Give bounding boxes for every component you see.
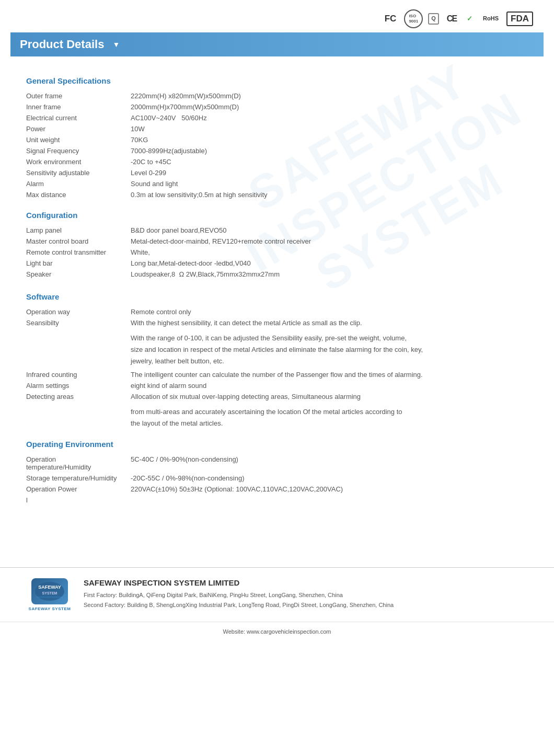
software-table-2: Infrared counting The intelligent counte… — [26, 369, 528, 402]
spec-value: B&D door panel board,REVO50 — [131, 225, 528, 236]
spec-value: Level 0-299 — [131, 167, 528, 178]
table-row: Storage temperature/Humidity -20C-55C / … — [26, 473, 528, 484]
page-title: Product Details — [20, 38, 104, 51]
spec-label: Light bar — [26, 258, 131, 269]
footer-address2: Second Factory: Building B, ShengLongXin… — [84, 600, 528, 610]
header-arrow: ▼ — [112, 40, 120, 49]
operating-env-table: Operation temperature/Humidity 5C-40C / … — [26, 454, 528, 506]
spec-label: Alarm — [26, 178, 131, 189]
detecting-extra: from multi-areas and accurately ascertai… — [26, 406, 528, 429]
footer-website: Website: www.cargovehicleinspection.com — [0, 622, 554, 639]
spec-label: Master control board — [26, 236, 131, 247]
safeway-logo-icon: SAFEWAY SYSTEM — [31, 578, 68, 604]
table-row: Work environment -20C to +45C — [26, 156, 528, 167]
check-icon: ✓ — [464, 14, 475, 24]
spec-label: l — [26, 495, 131, 506]
svg-text:SAFEWAY: SAFEWAY — [38, 585, 61, 590]
spec-value: Remote control only — [131, 306, 528, 317]
spec-label: Power — [26, 123, 131, 134]
footer-logo-block: SAFEWAY SYSTEM SAFEWAY SYSTEM — [26, 578, 73, 611]
table-row: Alarm Sound and light — [26, 178, 528, 189]
table-row: l — [26, 495, 528, 506]
spec-label: Speaker — [26, 269, 131, 280]
spec-label: Storage temperature/Humidity — [26, 473, 131, 484]
table-row: Inner frame 2000mm(H)x700mm(W)x500mm(D) — [26, 101, 528, 112]
operating-env-section: Operating Environment Operation temperat… — [26, 440, 528, 506]
table-row: Sensitivity adjustable Level 0-299 — [26, 167, 528, 178]
table-row: Signal Frequency 7000-8999Hz(adjustable) — [26, 145, 528, 156]
spec-value: 5C-40C / 0%-90%(non-condensing) — [131, 454, 528, 473]
table-row: Max distance 0.3m at low sensitivity;0.5… — [26, 189, 528, 200]
table-row: Speaker Loudspeaker,8 Ω 2W,Black,75mmx32… — [26, 269, 528, 280]
spec-label: Infrared counting — [26, 369, 131, 380]
software-section: Software Operation way Remote control on… — [26, 292, 528, 429]
table-row: Electrical current AC100V~240V 50/60Hz — [26, 112, 528, 123]
spec-label: Remote control transmitter — [26, 247, 131, 258]
spec-label: Operation temperature/Humidity — [26, 454, 131, 473]
spec-label: Sensitivity adjustable — [26, 167, 131, 178]
footer-info-block: SAFEWAY INSPECTION SYSTEM LIMITED First … — [84, 578, 528, 610]
spec-value: Long bar,Metal-detect-door -ledbd,V040 — [131, 258, 528, 269]
table-row: Detecting areas Allocation of six mutual… — [26, 391, 528, 402]
table-row: Operation way Remote control only — [26, 306, 528, 317]
spec-label: Inner frame — [26, 101, 131, 112]
table-row: Remote control transmitter White, — [26, 247, 528, 258]
spec-value: Sound and light — [131, 178, 528, 189]
spec-label: Max distance — [26, 189, 131, 200]
rohs-cert: RoHS — [480, 14, 501, 23]
configuration-title: Configuration — [26, 211, 528, 220]
sensibility-extra: With the range of 0-100, it can be adjus… — [26, 333, 528, 367]
operating-env-title: Operating Environment — [26, 440, 528, 449]
spec-label: Electrical current — [26, 112, 131, 123]
fc-cert: FC — [382, 13, 399, 25]
spec-value: Loudspeaker,8 Ω 2W,Black,75mmx32mmx27mm — [131, 269, 528, 280]
table-row: Power 10W — [26, 123, 528, 134]
company-name: SAFEWAY INSPECTION SYSTEM LIMITED — [84, 578, 528, 587]
spec-value: White, — [131, 247, 528, 258]
safeway-logo-svg: SAFEWAY SYSTEM — [34, 580, 65, 602]
quality-cert: Q — [428, 13, 439, 24]
main-content: General Specifications Outer frame 2220m… — [0, 56, 554, 520]
footer-address1: First Factory: BuildingA, QiFeng Digital… — [84, 590, 528, 600]
software-title: Software — [26, 292, 528, 301]
spec-value: 0.3m at low sensitivity;0.5m at high sen… — [131, 189, 528, 200]
spec-label: Outer frame — [26, 90, 131, 101]
svg-text:SYSTEM: SYSTEM — [42, 591, 57, 595]
product-details-header: Product Details ▼ — [10, 32, 544, 56]
table-row: Operation Power 220VAC(±10%) 50±3Hz (Opt… — [26, 484, 528, 495]
table-row: Seansibilty With the highest sensibility… — [26, 317, 528, 328]
table-row: Unit weight 70KG — [26, 134, 528, 145]
general-specs-table: Outer frame 2220mm(H) x820mm(W)x500mm(D)… — [26, 90, 528, 200]
table-row: Outer frame 2220mm(H) x820mm(W)x500mm(D) — [26, 90, 528, 101]
cert-bar: FC ISO9001 Q CE ✓ RoHS FDA — [0, 0, 554, 32]
table-row: Operation temperature/Humidity 5C-40C / … — [26, 454, 528, 473]
spec-label: Signal Frequency — [26, 145, 131, 156]
spec-label: Seansibilty — [26, 317, 131, 328]
spacer — [0, 520, 554, 552]
table-row: Light bar Long bar,Metal-detect-door -le… — [26, 258, 528, 269]
table-row: Master control board Metal-detect-door-m… — [26, 236, 528, 247]
fda-cert: FDA — [506, 12, 533, 26]
general-specs-title: General Specifications — [26, 76, 528, 85]
spec-value: 10W — [131, 123, 528, 134]
table-row: Infrared counting The intelligent counte… — [26, 369, 528, 380]
spec-label: Operation way — [26, 306, 131, 317]
configuration-table: Lamp panel B&D door panel board,REVO50 M… — [26, 225, 528, 280]
spec-value: The intelligent counter can calculate th… — [131, 369, 528, 380]
spec-value: Allocation of six mutual over-lapping de… — [131, 391, 528, 402]
ce-cert: CE — [444, 13, 459, 25]
table-row: Alarm settings eight kind of alarm sound — [26, 380, 528, 391]
spec-value — [131, 495, 528, 506]
spec-value: eight kind of alarm sound — [131, 380, 528, 391]
spec-value: 2220mm(H) x820mm(W)x500mm(D) — [131, 90, 528, 101]
footer: SAFEWAY SYSTEM SAFEWAY SYSTEM SAFEWAY IN… — [0, 567, 554, 616]
spec-value: Metal-detect-door-mainbd, REV120+remote … — [131, 236, 528, 247]
spec-value: 220VAC(±10%) 50±3Hz (Optional: 100VAC,11… — [131, 484, 528, 495]
spec-label: Alarm settings — [26, 380, 131, 391]
table-row: Lamp panel B&D door panel board,REVO50 — [26, 225, 528, 236]
spec-label: Work environment — [26, 156, 131, 167]
spec-value: -20C-55C / 0%-98%(non-condensing) — [131, 473, 528, 484]
spec-value: AC100V~240V 50/60Hz — [131, 112, 528, 123]
software-table: Operation way Remote control only Seansi… — [26, 306, 528, 328]
spec-label: Unit weight — [26, 134, 131, 145]
